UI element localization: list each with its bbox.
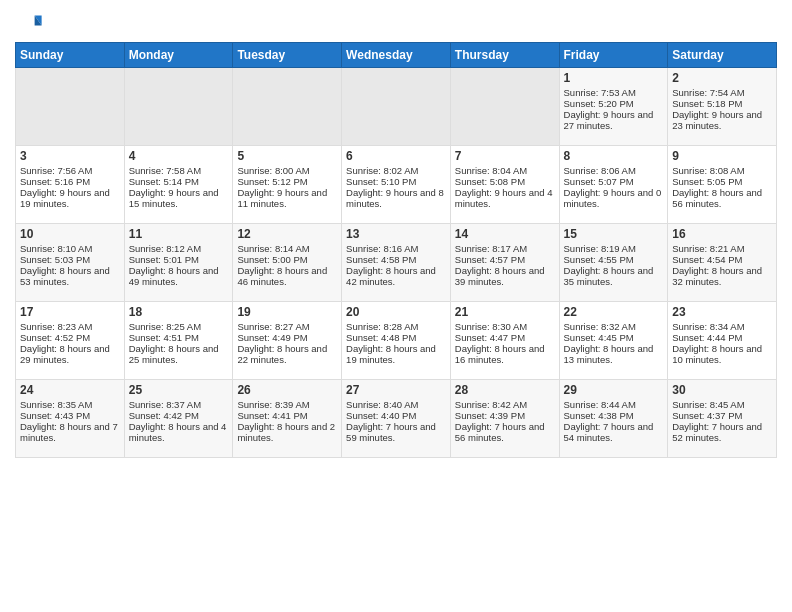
- sunrise-text: Sunrise: 8:27 AM: [237, 321, 337, 332]
- sunrise-text: Sunrise: 8:42 AM: [455, 399, 555, 410]
- day-number: 10: [20, 227, 120, 241]
- header: [15, 10, 777, 38]
- daylight-text: Daylight: 8 hours and 42 minutes.: [346, 265, 446, 287]
- day-number: 3: [20, 149, 120, 163]
- calendar-cell: 26Sunrise: 8:39 AMSunset: 4:41 PMDayligh…: [233, 380, 342, 458]
- day-number: 15: [564, 227, 664, 241]
- calendar-cell: [16, 68, 125, 146]
- calendar-cell: 22Sunrise: 8:32 AMSunset: 4:45 PMDayligh…: [559, 302, 668, 380]
- page-container: SundayMondayTuesdayWednesdayThursdayFrid…: [0, 0, 792, 463]
- sunset-text: Sunset: 4:44 PM: [672, 332, 772, 343]
- sunrise-text: Sunrise: 8:14 AM: [237, 243, 337, 254]
- daylight-text: Daylight: 8 hours and 13 minutes.: [564, 343, 664, 365]
- sunrise-text: Sunrise: 8:35 AM: [20, 399, 120, 410]
- daylight-text: Daylight: 8 hours and 56 minutes.: [672, 187, 772, 209]
- sunset-text: Sunset: 4:47 PM: [455, 332, 555, 343]
- sunrise-text: Sunrise: 7:53 AM: [564, 87, 664, 98]
- day-number: 16: [672, 227, 772, 241]
- sunset-text: Sunset: 5:05 PM: [672, 176, 772, 187]
- daylight-text: Daylight: 7 hours and 52 minutes.: [672, 421, 772, 443]
- calendar-week-row: 10Sunrise: 8:10 AMSunset: 5:03 PMDayligh…: [16, 224, 777, 302]
- sunrise-text: Sunrise: 8:06 AM: [564, 165, 664, 176]
- calendar-cell: 3Sunrise: 7:56 AMSunset: 5:16 PMDaylight…: [16, 146, 125, 224]
- sunset-text: Sunset: 4:55 PM: [564, 254, 664, 265]
- sunset-text: Sunset: 4:40 PM: [346, 410, 446, 421]
- day-number: 28: [455, 383, 555, 397]
- calendar-cell: 18Sunrise: 8:25 AMSunset: 4:51 PMDayligh…: [124, 302, 233, 380]
- sunrise-text: Sunrise: 8:34 AM: [672, 321, 772, 332]
- day-number: 22: [564, 305, 664, 319]
- sunset-text: Sunset: 4:39 PM: [455, 410, 555, 421]
- calendar-cell: 23Sunrise: 8:34 AMSunset: 4:44 PMDayligh…: [668, 302, 777, 380]
- daylight-text: Daylight: 8 hours and 19 minutes.: [346, 343, 446, 365]
- daylight-text: Daylight: 8 hours and 32 minutes.: [672, 265, 772, 287]
- sunrise-text: Sunrise: 8:02 AM: [346, 165, 446, 176]
- sunset-text: Sunset: 4:52 PM: [20, 332, 120, 343]
- sunrise-text: Sunrise: 7:54 AM: [672, 87, 772, 98]
- calendar-week-row: 3Sunrise: 7:56 AMSunset: 5:16 PMDaylight…: [16, 146, 777, 224]
- daylight-text: Daylight: 8 hours and 10 minutes.: [672, 343, 772, 365]
- calendar-cell: 13Sunrise: 8:16 AMSunset: 4:58 PMDayligh…: [342, 224, 451, 302]
- day-number: 29: [564, 383, 664, 397]
- calendar-cell: [450, 68, 559, 146]
- daylight-text: Daylight: 9 hours and 23 minutes.: [672, 109, 772, 131]
- logo-icon: [15, 10, 43, 38]
- day-number: 18: [129, 305, 229, 319]
- sunrise-text: Sunrise: 8:30 AM: [455, 321, 555, 332]
- daylight-text: Daylight: 8 hours and 16 minutes.: [455, 343, 555, 365]
- calendar-cell: 19Sunrise: 8:27 AMSunset: 4:49 PMDayligh…: [233, 302, 342, 380]
- calendar-cell: 2Sunrise: 7:54 AMSunset: 5:18 PMDaylight…: [668, 68, 777, 146]
- calendar-cell: 4Sunrise: 7:58 AMSunset: 5:14 PMDaylight…: [124, 146, 233, 224]
- calendar-cell: 11Sunrise: 8:12 AMSunset: 5:01 PMDayligh…: [124, 224, 233, 302]
- day-number: 19: [237, 305, 337, 319]
- sunset-text: Sunset: 4:41 PM: [237, 410, 337, 421]
- daylight-text: Daylight: 8 hours and 22 minutes.: [237, 343, 337, 365]
- sunset-text: Sunset: 5:08 PM: [455, 176, 555, 187]
- daylight-text: Daylight: 9 hours and 0 minutes.: [564, 187, 664, 209]
- sunrise-text: Sunrise: 8:04 AM: [455, 165, 555, 176]
- sunset-text: Sunset: 5:00 PM: [237, 254, 337, 265]
- weekday-header: Monday: [124, 43, 233, 68]
- sunset-text: Sunset: 5:07 PM: [564, 176, 664, 187]
- sunrise-text: Sunrise: 8:10 AM: [20, 243, 120, 254]
- calendar-cell: 24Sunrise: 8:35 AMSunset: 4:43 PMDayligh…: [16, 380, 125, 458]
- day-number: 30: [672, 383, 772, 397]
- calendar-cell: 10Sunrise: 8:10 AMSunset: 5:03 PMDayligh…: [16, 224, 125, 302]
- daylight-text: Daylight: 8 hours and 25 minutes.: [129, 343, 229, 365]
- sunrise-text: Sunrise: 8:16 AM: [346, 243, 446, 254]
- calendar-cell: 29Sunrise: 8:44 AMSunset: 4:38 PMDayligh…: [559, 380, 668, 458]
- day-number: 1: [564, 71, 664, 85]
- daylight-text: Daylight: 9 hours and 11 minutes.: [237, 187, 337, 209]
- day-number: 5: [237, 149, 337, 163]
- day-number: 8: [564, 149, 664, 163]
- calendar-cell: 7Sunrise: 8:04 AMSunset: 5:08 PMDaylight…: [450, 146, 559, 224]
- day-number: 6: [346, 149, 446, 163]
- sunset-text: Sunset: 5:16 PM: [20, 176, 120, 187]
- calendar-header-row: SundayMondayTuesdayWednesdayThursdayFrid…: [16, 43, 777, 68]
- sunset-text: Sunset: 4:38 PM: [564, 410, 664, 421]
- sunset-text: Sunset: 4:48 PM: [346, 332, 446, 343]
- calendar-cell: [233, 68, 342, 146]
- sunrise-text: Sunrise: 8:44 AM: [564, 399, 664, 410]
- sunset-text: Sunset: 4:57 PM: [455, 254, 555, 265]
- daylight-text: Daylight: 9 hours and 15 minutes.: [129, 187, 229, 209]
- calendar-cell: 20Sunrise: 8:28 AMSunset: 4:48 PMDayligh…: [342, 302, 451, 380]
- sunset-text: Sunset: 4:58 PM: [346, 254, 446, 265]
- daylight-text: Daylight: 9 hours and 27 minutes.: [564, 109, 664, 131]
- sunrise-text: Sunrise: 8:39 AM: [237, 399, 337, 410]
- sunrise-text: Sunrise: 8:08 AM: [672, 165, 772, 176]
- sunrise-text: Sunrise: 7:56 AM: [20, 165, 120, 176]
- sunset-text: Sunset: 5:01 PM: [129, 254, 229, 265]
- sunset-text: Sunset: 4:42 PM: [129, 410, 229, 421]
- weekday-header: Friday: [559, 43, 668, 68]
- calendar-cell: 9Sunrise: 8:08 AMSunset: 5:05 PMDaylight…: [668, 146, 777, 224]
- calendar-cell: 16Sunrise: 8:21 AMSunset: 4:54 PMDayligh…: [668, 224, 777, 302]
- sunset-text: Sunset: 5:20 PM: [564, 98, 664, 109]
- day-number: 12: [237, 227, 337, 241]
- sunrise-text: Sunrise: 8:21 AM: [672, 243, 772, 254]
- weekday-header: Wednesday: [342, 43, 451, 68]
- day-number: 9: [672, 149, 772, 163]
- day-number: 21: [455, 305, 555, 319]
- sunset-text: Sunset: 4:45 PM: [564, 332, 664, 343]
- sunrise-text: Sunrise: 7:58 AM: [129, 165, 229, 176]
